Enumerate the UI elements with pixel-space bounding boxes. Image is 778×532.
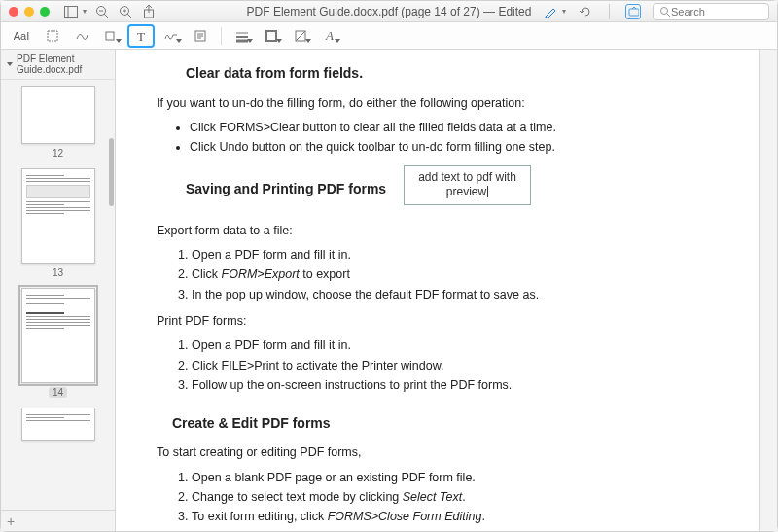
text-tool-highlighted[interactable]: T <box>127 24 155 48</box>
window-controls <box>9 7 50 17</box>
thumbnail-14-selected[interactable] <box>21 288 95 383</box>
highlight-icon[interactable] <box>543 4 558 19</box>
border-color-tool[interactable] <box>259 25 284 47</box>
svg-line-27 <box>296 31 305 41</box>
ordered-list: Open a PDF form and fill it in. Click FO… <box>192 246 733 304</box>
note-tool[interactable] <box>188 25 213 47</box>
search-input[interactable] <box>671 6 759 18</box>
paragraph: Export form data to a file: <box>157 222 733 240</box>
heading-saving-printing: Saving and Printing PDF forms <box>186 179 386 200</box>
search-field[interactable] <box>653 3 769 20</box>
close-icon[interactable] <box>9 7 18 17</box>
svg-rect-25 <box>266 31 276 41</box>
add-page-icon[interactable]: + <box>7 514 15 529</box>
text-tool[interactable]: T <box>132 27 150 45</box>
svg-line-14 <box>667 14 670 17</box>
heading-row: Saving and Printing PDF forms add text t… <box>157 167 733 208</box>
thumbnail-label: 12 <box>53 148 63 159</box>
list-item: Follow up the on-screen instructions to … <box>192 376 733 395</box>
list-item: Open a PDF form and fill it in. <box>192 337 733 355</box>
svg-line-6 <box>127 14 131 18</box>
markup-toolbar-icon[interactable] <box>625 4 641 19</box>
thumbnail-13[interactable] <box>21 168 95 264</box>
inserted-text-box[interactable]: add text to pdf with preview <box>404 165 531 205</box>
share-icon[interactable] <box>141 4 157 19</box>
svg-rect-15 <box>48 31 57 41</box>
svg-rect-16 <box>106 32 114 40</box>
svg-line-3 <box>104 14 108 18</box>
heading-create-edit: Create & Edit PDF forms <box>172 413 733 435</box>
ordered-list: Open a blank PDF page or an existing PDF… <box>192 469 733 527</box>
list-item: Click FILE>Print to activate the Printer… <box>192 357 733 375</box>
shapes-tool[interactable] <box>98 25 124 47</box>
list-item: Change to select text mode by clicking S… <box>192 488 733 507</box>
markup-toolbar: AaI T A <box>1 22 777 50</box>
sidebar-filename[interactable]: PDF Element Guide.docx.pdf <box>1 50 115 80</box>
paragraph: If you want to un-do the filling form, d… <box>157 94 733 113</box>
paragraph: Print PDF forms: <box>157 312 733 331</box>
thumbnail-list: 12 13 <box>1 80 115 510</box>
sidebar-toggle-icon[interactable] <box>63 4 79 19</box>
zoom-out-icon[interactable] <box>94 4 110 19</box>
paragraph: To start creating or editing PDF forms, <box>157 443 733 462</box>
divider <box>609 4 610 19</box>
text-style-button[interactable]: AaI <box>7 25 36 47</box>
rotate-icon[interactable] <box>578 4 593 19</box>
svg-point-13 <box>661 7 668 14</box>
list-item: To exit form editing, click FORMS>Close … <box>192 508 733 526</box>
textbox-line2: preview <box>446 185 488 198</box>
ordered-list: Open a PDF form and fill it in. Click FI… <box>192 337 733 395</box>
list-item: Click Undo button on the quick toolbar t… <box>190 138 733 157</box>
zoom-in-icon[interactable] <box>118 4 133 19</box>
list-item: In the pop up window, choose the default… <box>192 286 733 304</box>
separator <box>221 27 222 45</box>
textbox-line1: add text to pdf with <box>418 170 516 184</box>
app-window: ▾ PDF Element Guide.docx.pdf (page 14 of… <box>0 0 778 532</box>
search-icon <box>659 6 671 18</box>
list-item: Click FORM>Export to export <box>192 266 733 284</box>
thumbnail-label: 14 <box>49 387 67 398</box>
list-item: Open a PDF form and fill it in. <box>192 246 733 265</box>
window-body: PDF Element Guide.docx.pdf 12 <box>1 50 777 531</box>
thumbnail-label: 13 <box>53 267 63 278</box>
sidebar: PDF Element Guide.docx.pdf 12 <box>1 50 116 531</box>
fill-color-tool[interactable] <box>288 25 313 47</box>
sign-tool[interactable] <box>159 25 184 47</box>
right-margin <box>760 50 777 531</box>
document-view[interactable]: Clear data from form fields. If you want… <box>116 50 760 531</box>
selection-tool[interactable] <box>40 25 65 47</box>
thumbnail-15[interactable] <box>21 408 95 441</box>
list-item: Click FORMS>Clear button to clear all th… <box>190 119 733 137</box>
list-item: Open a blank PDF page or an existing PDF… <box>192 469 733 487</box>
svg-rect-12 <box>629 9 639 16</box>
page-content: Clear data from form fields. If you want… <box>116 50 759 531</box>
maximize-icon[interactable] <box>40 7 50 17</box>
sidebar-footer: + <box>1 510 115 531</box>
titlebar: ▾ PDF Element Guide.docx.pdf (page 14 of… <box>1 1 777 22</box>
sidebar-scrollbar[interactable] <box>109 138 114 206</box>
line-style-tool[interactable] <box>230 25 255 47</box>
bullet-list: Click FORMS>Clear button to clear all th… <box>190 119 733 158</box>
sketch-tool[interactable] <box>69 25 94 47</box>
thumbnail-12[interactable] <box>21 86 95 144</box>
svg-text:T: T <box>137 29 145 43</box>
svg-rect-0 <box>65 6 78 17</box>
minimize-icon[interactable] <box>24 7 34 17</box>
font-tool[interactable]: A <box>317 25 342 47</box>
heading-clear-data: Clear data from form fields. <box>186 63 733 85</box>
